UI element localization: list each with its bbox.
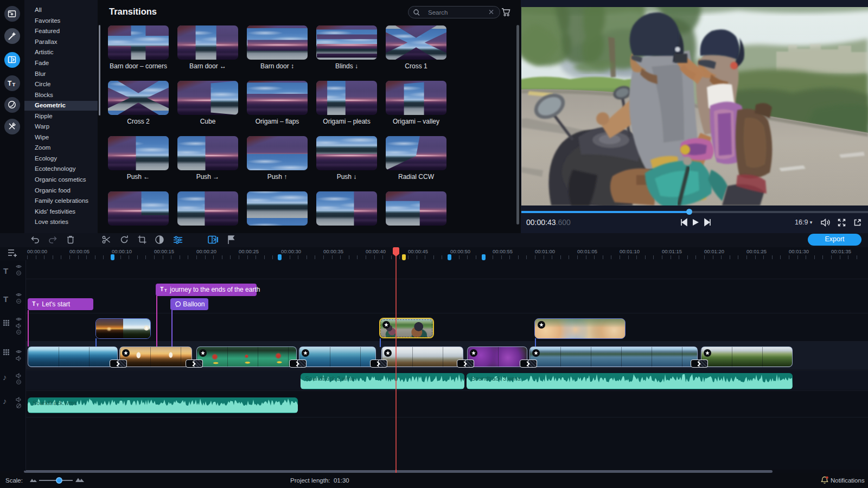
svg-text:T: T xyxy=(160,286,164,292)
svg-text:T: T xyxy=(8,80,12,87)
svg-text:Search: Search xyxy=(428,9,448,16)
svg-text:T: T xyxy=(36,303,39,307)
svg-text:T: T xyxy=(32,301,36,307)
svg-text:T: T xyxy=(12,81,15,87)
svg-text:T: T xyxy=(164,288,167,292)
